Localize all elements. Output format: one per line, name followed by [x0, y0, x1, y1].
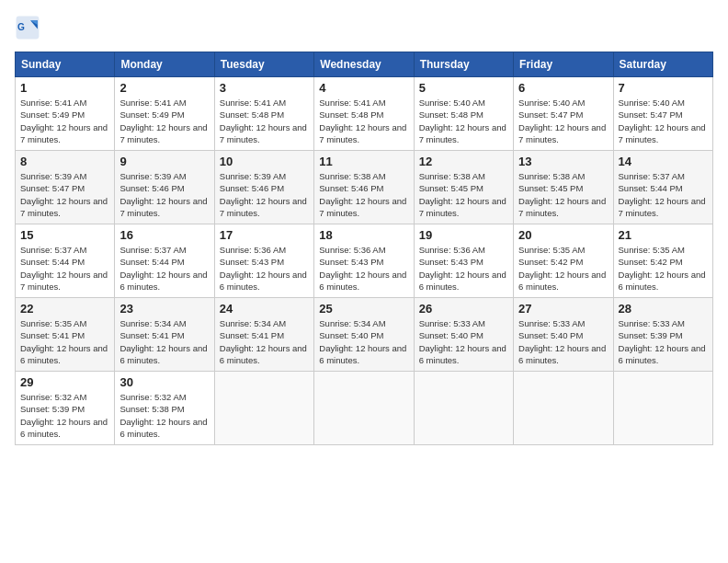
calendar-cell [314, 372, 414, 445]
calendar-cell: 28 Sunrise: 5:33 AM Sunset: 5:39 PM Dayl… [613, 298, 712, 372]
day-details: Sunrise: 5:40 AM Sunset: 5:47 PM Dayligh… [619, 97, 708, 145]
calendar-header-row: SundayMondayTuesdayWednesdayThursdayFrid… [16, 52, 713, 77]
calendar-cell: 3 Sunrise: 5:41 AM Sunset: 5:48 PM Dayli… [214, 77, 313, 151]
day-number: 8 [20, 155, 109, 168]
day-details: Sunrise: 5:39 AM Sunset: 5:46 PM Dayligh… [119, 170, 209, 219]
day-details: Sunrise: 5:37 AM Sunset: 5:44 PM Dayligh… [619, 170, 708, 219]
calendar-cell: 17 Sunrise: 5:36 AM Sunset: 5:43 PM Dayl… [214, 224, 313, 298]
day-details: Sunrise: 5:35 AM Sunset: 5:42 PM Dayligh… [518, 244, 608, 293]
day-number: 2 [119, 81, 209, 95]
day-details: Sunrise: 5:38 AM Sunset: 5:46 PM Dayligh… [319, 170, 408, 219]
day-number: 3 [220, 81, 309, 95]
calendar-cell: 12 Sunrise: 5:38 AM Sunset: 5:45 PM Dayl… [414, 151, 513, 224]
day-number: 19 [419, 228, 508, 242]
day-details: Sunrise: 5:38 AM Sunset: 5:45 PM Dayligh… [518, 170, 608, 219]
day-details: Sunrise: 5:41 AM Sunset: 5:49 PM Dayligh… [119, 97, 209, 145]
day-number: 28 [619, 302, 708, 316]
day-details: Sunrise: 5:33 AM Sunset: 5:40 PM Dayligh… [419, 317, 508, 366]
day-number: 22 [20, 302, 109, 316]
day-number: 26 [419, 302, 508, 316]
calendar-cell: 16 Sunrise: 5:37 AM Sunset: 5:44 PM Dayl… [115, 224, 214, 298]
day-number: 29 [20, 375, 109, 389]
day-details: Sunrise: 5:35 AM Sunset: 5:42 PM Dayligh… [619, 244, 708, 293]
day-number: 24 [220, 302, 309, 316]
calendar-cell: 27 Sunrise: 5:33 AM Sunset: 5:40 PM Dayl… [514, 298, 613, 372]
day-number: 13 [518, 155, 608, 168]
calendar-cell: 5 Sunrise: 5:40 AM Sunset: 5:48 PM Dayli… [414, 77, 513, 151]
day-number: 5 [419, 81, 508, 95]
weekday-header-monday: Monday [115, 52, 214, 77]
day-details: Sunrise: 5:41 AM Sunset: 5:49 PM Dayligh… [20, 97, 109, 145]
day-number: 12 [419, 155, 508, 168]
calendar-cell: 25 Sunrise: 5:34 AM Sunset: 5:40 PM Dayl… [314, 298, 414, 372]
calendar-cell: 4 Sunrise: 5:41 AM Sunset: 5:48 PM Dayli… [314, 77, 414, 151]
day-details: Sunrise: 5:40 AM Sunset: 5:48 PM Dayligh… [419, 97, 508, 145]
day-number: 9 [119, 155, 209, 168]
calendar-cell: 2 Sunrise: 5:41 AM Sunset: 5:49 PM Dayli… [115, 77, 214, 151]
calendar-cell: 14 Sunrise: 5:37 AM Sunset: 5:44 PM Dayl… [613, 151, 712, 224]
day-number: 11 [319, 155, 408, 168]
day-details: Sunrise: 5:37 AM Sunset: 5:44 PM Dayligh… [20, 244, 109, 293]
day-number: 30 [119, 375, 209, 389]
calendar-week-5: 29 Sunrise: 5:32 AM Sunset: 5:39 PM Dayl… [16, 372, 713, 445]
weekday-header-friday: Friday [514, 52, 613, 77]
calendar-cell: 21 Sunrise: 5:35 AM Sunset: 5:42 PM Dayl… [613, 224, 712, 298]
calendar-week-2: 8 Sunrise: 5:39 AM Sunset: 5:47 PM Dayli… [16, 151, 713, 224]
calendar-cell: 24 Sunrise: 5:34 AM Sunset: 5:41 PM Dayl… [214, 298, 313, 372]
weekday-header-wednesday: Wednesday [314, 52, 414, 77]
day-number: 18 [319, 228, 408, 242]
day-number: 16 [119, 228, 209, 242]
weekday-header-sunday: Sunday [16, 52, 115, 77]
calendar-cell [414, 372, 513, 445]
day-details: Sunrise: 5:41 AM Sunset: 5:48 PM Dayligh… [319, 97, 408, 145]
calendar-cell [613, 372, 712, 445]
day-number: 23 [119, 302, 209, 316]
day-details: Sunrise: 5:39 AM Sunset: 5:47 PM Dayligh… [20, 170, 109, 219]
calendar-cell [214, 372, 313, 445]
calendar-cell: 26 Sunrise: 5:33 AM Sunset: 5:40 PM Dayl… [414, 298, 513, 372]
day-details: Sunrise: 5:36 AM Sunset: 5:43 PM Dayligh… [220, 244, 309, 293]
calendar-cell: 29 Sunrise: 5:32 AM Sunset: 5:39 PM Dayl… [16, 372, 115, 445]
calendar-cell: 9 Sunrise: 5:39 AM Sunset: 5:46 PM Dayli… [115, 151, 214, 224]
day-number: 15 [20, 228, 109, 242]
calendar-cell: 10 Sunrise: 5:39 AM Sunset: 5:46 PM Dayl… [214, 151, 313, 224]
day-number: 14 [619, 155, 708, 168]
day-details: Sunrise: 5:39 AM Sunset: 5:46 PM Dayligh… [220, 170, 309, 219]
calendar-cell [514, 372, 613, 445]
day-details: Sunrise: 5:34 AM Sunset: 5:40 PM Dayligh… [319, 317, 408, 366]
day-details: Sunrise: 5:33 AM Sunset: 5:39 PM Dayligh… [619, 317, 708, 366]
calendar-cell: 6 Sunrise: 5:40 AM Sunset: 5:47 PM Dayli… [514, 77, 613, 151]
calendar-cell: 15 Sunrise: 5:37 AM Sunset: 5:44 PM Dayl… [16, 224, 115, 298]
day-details: Sunrise: 5:41 AM Sunset: 5:48 PM Dayligh… [220, 97, 309, 145]
calendar-cell: 20 Sunrise: 5:35 AM Sunset: 5:42 PM Dayl… [514, 224, 613, 298]
weekday-header-thursday: Thursday [414, 52, 513, 77]
calendar-cell: 8 Sunrise: 5:39 AM Sunset: 5:47 PM Dayli… [16, 151, 115, 224]
day-details: Sunrise: 5:32 AM Sunset: 5:38 PM Dayligh… [119, 391, 209, 440]
calendar-week-1: 1 Sunrise: 5:41 AM Sunset: 5:49 PM Dayli… [16, 77, 713, 151]
day-number: 25 [319, 302, 408, 316]
calendar-cell: 11 Sunrise: 5:38 AM Sunset: 5:46 PM Dayl… [314, 151, 414, 224]
weekday-header-tuesday: Tuesday [214, 52, 313, 77]
day-details: Sunrise: 5:36 AM Sunset: 5:43 PM Dayligh… [419, 244, 508, 293]
weekday-header-saturday: Saturday [613, 52, 712, 77]
day-number: 4 [319, 81, 408, 95]
calendar-table: SundayMondayTuesdayWednesdayThursdayFrid… [15, 52, 713, 445]
day-details: Sunrise: 5:33 AM Sunset: 5:40 PM Dayligh… [518, 317, 608, 366]
calendar-cell: 23 Sunrise: 5:34 AM Sunset: 5:41 PM Dayl… [115, 298, 214, 372]
logo: G [15, 15, 44, 40]
day-details: Sunrise: 5:34 AM Sunset: 5:41 PM Dayligh… [220, 317, 309, 366]
day-details: Sunrise: 5:38 AM Sunset: 5:45 PM Dayligh… [419, 170, 508, 219]
calendar-cell: 13 Sunrise: 5:38 AM Sunset: 5:45 PM Dayl… [514, 151, 613, 224]
calendar-cell: 22 Sunrise: 5:35 AM Sunset: 5:41 PM Dayl… [16, 298, 115, 372]
calendar-cell: 30 Sunrise: 5:32 AM Sunset: 5:38 PM Dayl… [115, 372, 214, 445]
day-number: 20 [518, 228, 608, 242]
calendar-cell: 19 Sunrise: 5:36 AM Sunset: 5:43 PM Dayl… [414, 224, 513, 298]
day-number: 10 [220, 155, 309, 168]
day-number: 27 [518, 302, 608, 316]
day-details: Sunrise: 5:36 AM Sunset: 5:43 PM Dayligh… [319, 244, 408, 293]
day-number: 7 [619, 81, 708, 95]
page-header: G [15, 15, 713, 40]
day-details: Sunrise: 5:40 AM Sunset: 5:47 PM Dayligh… [518, 97, 608, 145]
calendar-cell: 7 Sunrise: 5:40 AM Sunset: 5:47 PM Dayli… [613, 77, 712, 151]
calendar-week-3: 15 Sunrise: 5:37 AM Sunset: 5:44 PM Dayl… [16, 224, 713, 298]
